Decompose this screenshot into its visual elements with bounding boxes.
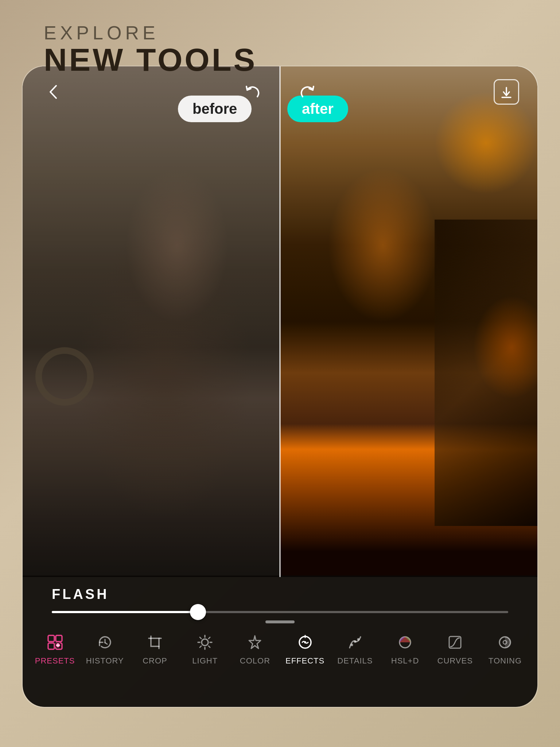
light-icon — [195, 632, 215, 653]
flash-section: FLASH — [23, 587, 537, 613]
header-text: EXPLORE NEW TOOLS — [44, 22, 257, 76]
back-button[interactable] — [41, 79, 66, 105]
redo-button[interactable] — [295, 79, 320, 105]
nav-item-light[interactable]: LIGHT — [180, 632, 230, 666]
history-icon — [95, 632, 115, 653]
presets-label: PRESETS — [35, 656, 75, 666]
svg-point-25 — [304, 641, 306, 643]
crop-icon — [145, 632, 165, 653]
bottom-panel: FLASH — [23, 576, 537, 707]
photo-area: before after — [23, 66, 537, 577]
svg-line-22 — [209, 637, 210, 639]
svg-line-21 — [209, 646, 210, 647]
before-after-divider — [280, 66, 281, 577]
slider-thumb[interactable] — [190, 604, 206, 620]
new-tools-label: NEW TOOLS — [44, 44, 257, 76]
nav-item-curves[interactable]: CURVES — [430, 632, 480, 666]
svg-point-28 — [354, 640, 356, 643]
toning-label: TONING — [489, 656, 522, 666]
photo-before — [23, 66, 280, 577]
toning-icon — [495, 632, 515, 653]
toolbar-top — [23, 74, 537, 110]
svg-rect-2 — [56, 635, 62, 642]
explore-label: EXPLORE — [44, 22, 257, 44]
svg-point-27 — [350, 644, 353, 646]
curves-label: CURVES — [438, 656, 473, 666]
nav-item-toning[interactable]: TONING — [480, 632, 530, 666]
details-icon — [345, 632, 365, 653]
hsld-label: HSL+D — [391, 656, 419, 666]
undo-button[interactable] — [240, 79, 265, 105]
hsld-icon — [395, 632, 415, 653]
nav-item-effects[interactable]: EFFECTS — [280, 632, 330, 666]
crop-label: CROP — [143, 656, 167, 666]
scroll-indicator — [265, 620, 295, 623]
svg-rect-3 — [48, 643, 54, 649]
svg-line-20 — [200, 637, 201, 639]
photo-after — [280, 66, 537, 577]
svg-point-29 — [357, 638, 359, 641]
nav-item-color[interactable]: COLOR — [230, 632, 280, 666]
presets-icon — [45, 632, 65, 653]
effects-label: EFFECTS — [285, 656, 324, 666]
svg-line-9 — [105, 643, 107, 644]
svg-rect-10 — [151, 638, 159, 646]
history-label: HISTORY — [86, 656, 124, 666]
car-seat — [435, 220, 537, 526]
nav-item-history[interactable]: HISTORY — [80, 632, 130, 666]
save-button[interactable] — [494, 79, 519, 105]
color-icon — [245, 632, 265, 653]
curves-icon — [445, 632, 465, 653]
slider-fill — [52, 611, 198, 613]
svg-point-15 — [202, 639, 208, 646]
flash-label: FLASH — [52, 587, 508, 602]
color-label: COLOR — [240, 656, 270, 666]
flash-slider[interactable] — [52, 611, 508, 613]
nav-item-details[interactable]: DETAILS — [330, 632, 380, 666]
svg-rect-1 — [48, 635, 54, 642]
nav-item-crop[interactable]: CROP — [130, 632, 180, 666]
main-card: before after FLASH — [22, 66, 538, 708]
light-label: LIGHT — [192, 656, 218, 666]
effects-icon — [295, 632, 315, 653]
details-label: DETAILS — [337, 656, 373, 666]
svg-line-23 — [200, 646, 201, 647]
bottom-nav: PRESETS HISTORY — [23, 632, 537, 666]
nav-item-hsld[interactable]: HSL+D — [380, 632, 430, 666]
steering-wheel — [35, 347, 94, 406]
nav-item-presets[interactable]: PRESETS — [30, 632, 80, 666]
